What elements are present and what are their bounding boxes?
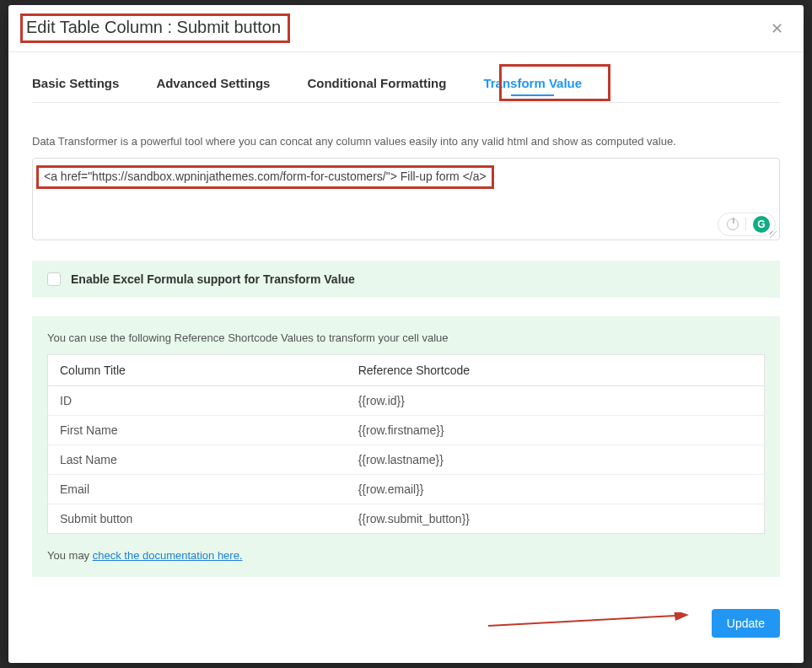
doc-hint-prefix: You may [47,549,93,562]
tab-transform-value[interactable]: Transform Value [483,69,582,102]
close-icon[interactable]: ✕ [768,20,785,37]
svg-line-0 [488,616,675,626]
tabs-container: Basic Settings Advanced Settings Conditi… [8,52,804,103]
transform-editor[interactable]: <a href="https://sandbox.wpninjathemes.c… [32,158,780,240]
table-row: First Name {{row.firstname}} [48,416,765,445]
divider [745,218,746,231]
svg-marker-1 [674,612,689,621]
transform-editor-value: <a href="https://sandbox.wpninjathemes.c… [36,165,494,189]
ref-cell-title: Email [48,475,347,504]
ref-th-column-title: Column Title [48,355,347,386]
title-highlight-box: Edit Table Column : Submit button [20,13,290,43]
modal-dialog: Edit Table Column : Submit button ✕ Basi… [8,5,804,663]
ref-cell-title: First Name [48,416,347,445]
modal-title: Edit Table Column : Submit button [26,18,281,37]
power-icon[interactable] [727,218,739,230]
table-row: ID {{row.id}} [48,386,765,416]
ref-cell-title: Last Name [48,445,347,475]
tab-conditional-formatting[interactable]: Conditional Formatting [307,69,446,102]
excel-formula-label: Enable Excel Formula support for Transfo… [71,272,355,286]
reference-help-text: You can use the following Reference Shor… [47,331,765,344]
transform-help-text: Data Transformer is a powerful tool wher… [32,135,780,148]
modal-header: Edit Table Column : Submit button ✕ [8,5,804,52]
ref-cell-title: ID [48,386,347,416]
reference-table: Column Title Reference Shortcode ID {{ro… [47,354,765,534]
modal-footer: Update [32,609,780,638]
documentation-link[interactable]: check the documentation here. [93,549,243,562]
reference-shortcode-panel: You can use the following Reference Shor… [32,316,780,577]
grammarly-icon[interactable]: G [753,216,770,233]
excel-formula-checkbox[interactable] [47,272,61,286]
doc-hint: You may check the documentation here. [47,549,765,562]
update-button[interactable]: Update [712,609,780,638]
table-row: Email {{row.email}} [48,475,765,504]
ref-cell-code: {{row.submit_button}} [347,504,765,534]
tab-basic-settings[interactable]: Basic Settings [32,69,119,102]
resize-handle-icon[interactable] [770,231,777,238]
table-row: Submit button {{row.submit_button}} [48,504,765,534]
tabs: Basic Settings Advanced Settings Conditi… [32,69,780,103]
ref-th-reference-shortcode: Reference Shortcode [347,355,765,386]
grammarly-widget: G [718,213,776,236]
ref-cell-code: {{row.firstname}} [347,416,765,445]
excel-formula-toggle-panel: Enable Excel Formula support for Transfo… [32,261,780,298]
ref-cell-title: Submit button [48,504,347,534]
ref-cell-code: {{row.lastname}} [347,445,765,475]
tab-content: Data Transformer is a powerful tool wher… [8,103,804,577]
ref-cell-code: {{row.email}} [347,475,765,504]
annotation-arrow-icon [487,612,689,629]
tab-advanced-settings[interactable]: Advanced Settings [156,69,270,102]
ref-cell-code: {{row.id}} [347,386,765,416]
table-row: Last Name {{row.lastname}} [48,445,765,475]
